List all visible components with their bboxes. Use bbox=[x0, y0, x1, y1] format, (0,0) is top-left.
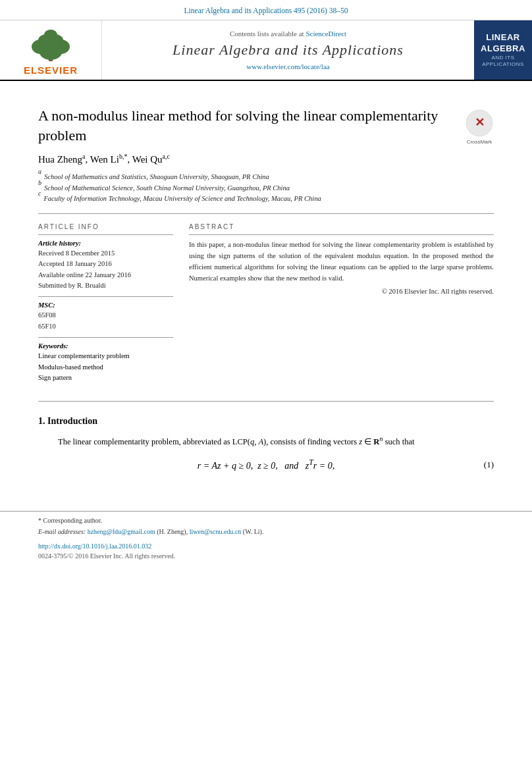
intro-paragraph-1: The linear complementarity problem, abbr… bbox=[38, 433, 494, 449]
book-cover-box: LINEAR ALGEBRA and Its Applications bbox=[474, 20, 532, 80]
corresponding-author-note: * Corresponding author. bbox=[38, 515, 494, 526]
crossmark-label: CrossMark bbox=[467, 139, 492, 145]
authors-line: Hua Zhenga, Wen Lib,*, Wei Qua,c bbox=[38, 154, 494, 165]
formula-1-content: r = Az + q ≥ 0, z ≥ 0, and zTr = 0, bbox=[198, 458, 334, 471]
keyword-3: Sign pattern bbox=[38, 373, 173, 384]
article-history-block: Article history: Received 8 December 201… bbox=[38, 240, 173, 291]
doi-link[interactable]: http://dx.doi.org/10.1016/j.laa.2016.01.… bbox=[38, 542, 151, 550]
keyword-2: Modulus-based method bbox=[38, 362, 173, 373]
journal-url-link[interactable]: www.elsevier.com/locate/laa bbox=[246, 63, 329, 70]
journal-name-box: Contents lists available at ScienceDirec… bbox=[102, 20, 474, 80]
section-1-title: 1. Introduction bbox=[38, 416, 494, 427]
article-info-column: ARTICLE INFO Article history: Received 8… bbox=[38, 223, 173, 389]
sciencedirect-line: Contents lists available at ScienceDirec… bbox=[230, 30, 346, 38]
paper-title-section: A non-modulus linear method for solving … bbox=[38, 106, 494, 145]
affiliation-c: c Faculty of Information Technology, Mac… bbox=[38, 194, 494, 204]
issn-line: 0024-3795/© 2016 Elsevier Inc. All right… bbox=[38, 552, 494, 560]
elsevier-brand-text: ELSEVIER bbox=[24, 65, 78, 76]
keyword-1: Linear complementarity problem bbox=[38, 351, 173, 362]
crossmark-box[interactable]: ✕ CrossMark bbox=[465, 109, 494, 145]
accepted-date: Accepted 18 January 2016 bbox=[38, 259, 173, 269]
journal-reference-bar: Linear Algebra and its Applications 495 … bbox=[0, 0, 532, 20]
article-info-header: ARTICLE INFO bbox=[38, 223, 173, 230]
affiliation-a: a School of Mathematics and Statistics, … bbox=[38, 172, 494, 182]
journal-title: Linear Algebra and its Applications bbox=[173, 41, 404, 59]
main-content: A non-modulus linear method for solving … bbox=[0, 81, 532, 492]
formula-1-number: (1) bbox=[484, 460, 494, 470]
affiliation-b: b School of Mathematical Science, South … bbox=[38, 183, 494, 194]
affiliations-block: a School of Mathematics and Statistics, … bbox=[38, 172, 494, 204]
svg-text:✕: ✕ bbox=[475, 116, 485, 129]
copyright-line: © 2016 Elsevier Inc. All rights reserved… bbox=[189, 288, 494, 295]
book-cover-title: LINEAR ALGEBRA and Its Applications bbox=[481, 32, 525, 68]
msc-code-1: 65F08 bbox=[38, 310, 173, 321]
abstract-column: ABSTRACT In this paper, a non-modulus li… bbox=[189, 223, 494, 389]
keywords-divider bbox=[38, 337, 173, 338]
available-date: Available online 22 January 2016 bbox=[38, 270, 173, 280]
sciencedirect-link[interactable]: ScienceDirect bbox=[306, 30, 346, 38]
email-addresses-line: E-mail addresses: hzheng@fdu@gmail.com (… bbox=[38, 527, 494, 537]
email-zheng[interactable]: hzheng@fdu@gmail.com bbox=[88, 528, 155, 535]
msc-block: MSC: 65F08 65F10 bbox=[38, 302, 173, 332]
article-info-divider bbox=[38, 234, 173, 235]
section-divider bbox=[38, 213, 494, 214]
elsevier-logo-box: ELSEVIER bbox=[0, 20, 102, 80]
msc-divider bbox=[38, 296, 173, 297]
keywords-label: Keywords: bbox=[38, 342, 173, 350]
received-date: Received 8 December 2015 bbox=[38, 248, 173, 259]
footer-section: * Corresponding author. E-mail addresses… bbox=[0, 511, 532, 560]
msc-label: MSC: bbox=[38, 302, 173, 309]
history-label: Article history: bbox=[38, 240, 173, 247]
journal-reference-text: Linear Algebra and its Applications 495 … bbox=[184, 7, 348, 14]
body-divider bbox=[38, 401, 494, 402]
doi-line: http://dx.doi.org/10.1016/j.laa.2016.01.… bbox=[38, 541, 494, 552]
abstract-header: ABSTRACT bbox=[189, 223, 494, 230]
abstract-divider bbox=[189, 234, 494, 235]
keywords-block: Keywords: Linear complementarity problem… bbox=[38, 342, 173, 384]
svg-point-6 bbox=[44, 30, 57, 40]
email-li[interactable]: liwen@scnu.edu.cn bbox=[190, 528, 242, 535]
journal-header: ELSEVIER Contents lists available at Sci… bbox=[0, 20, 532, 81]
msc-code-2: 65F10 bbox=[38, 321, 173, 332]
elsevier-tree-icon bbox=[21, 27, 80, 63]
crossmark-icon: ✕ bbox=[465, 109, 494, 138]
formula-1-block: r = Az + q ≥ 0, z ≥ 0, and zTr = 0, (1) bbox=[38, 458, 494, 471]
submitted-by: Submitted by R. Brualdi bbox=[38, 280, 173, 291]
abstract-text: In this paper, a non-modulus linear meth… bbox=[189, 240, 494, 284]
paper-title: A non-modulus linear method for solving … bbox=[38, 106, 453, 145]
two-col-section: ARTICLE INFO Article history: Received 8… bbox=[38, 223, 494, 389]
